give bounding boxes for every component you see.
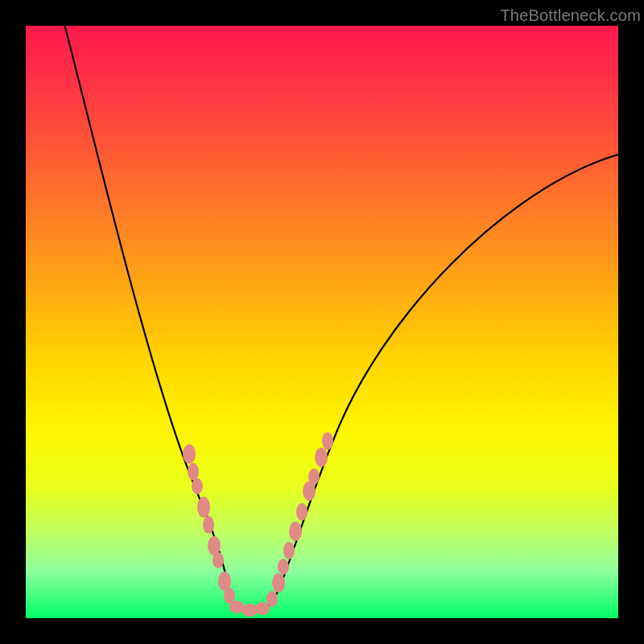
svg-point-21: [322, 432, 333, 450]
bead-cluster-right: [266, 432, 333, 607]
svg-point-14: [278, 559, 289, 575]
svg-point-13: [272, 573, 285, 592]
curve-right: [259, 155, 618, 610]
bead-cluster-left: [183, 444, 235, 604]
svg-point-10: [242, 604, 258, 617]
svg-point-6: [213, 552, 224, 568]
watermark-text: TheBottleneck.com: [500, 6, 641, 25]
bead-cluster-bottom: [229, 601, 270, 617]
svg-point-17: [296, 503, 308, 521]
svg-point-4: [203, 516, 214, 534]
curve-left: [63, 18, 259, 610]
chart-container: TheBottleneck.com: [0, 0, 644, 644]
svg-point-0: [183, 444, 196, 464]
svg-point-16: [289, 522, 302, 541]
plot-area: [26, 26, 618, 618]
bottleneck-curve: [26, 26, 618, 618]
svg-point-1: [188, 463, 199, 481]
svg-point-11: [255, 602, 270, 615]
svg-point-19: [308, 469, 320, 485]
svg-point-3: [197, 497, 210, 518]
svg-point-2: [192, 478, 203, 494]
svg-point-12: [266, 591, 278, 607]
svg-point-20: [315, 448, 328, 467]
svg-point-15: [283, 542, 295, 559]
